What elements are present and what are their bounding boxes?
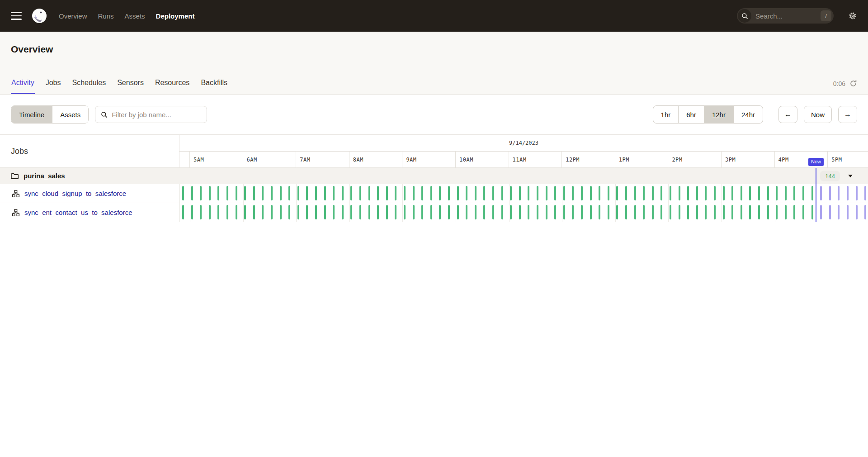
run-tick-success[interactable]: [608, 205, 609, 219]
range-6hr[interactable]: 6hr: [678, 106, 704, 123]
run-tick-scheduled[interactable]: [864, 205, 866, 219]
run-tick-success[interactable]: [475, 186, 476, 200]
run-tick-success[interactable]: [315, 205, 317, 219]
run-tick-success[interactable]: [537, 205, 538, 219]
run-tick-success[interactable]: [333, 186, 335, 200]
run-tick-success[interactable]: [209, 186, 211, 200]
run-tick-success[interactable]: [395, 205, 396, 219]
run-tick-scheduled[interactable]: [856, 205, 858, 219]
run-tick-success[interactable]: [572, 186, 574, 200]
run-tick-success[interactable]: [546, 205, 547, 219]
run-tick-success[interactable]: [217, 205, 219, 219]
run-tick-success[interactable]: [767, 205, 769, 219]
run-tick-success[interactable]: [510, 186, 512, 200]
run-tick-success[interactable]: [811, 205, 813, 219]
run-tick-success[interactable]: [679, 186, 680, 200]
tab-jobs[interactable]: Jobs: [45, 79, 61, 94]
run-tick-success[interactable]: [608, 186, 609, 200]
run-tick-success[interactable]: [333, 205, 335, 219]
run-tick-success[interactable]: [430, 205, 432, 219]
menu-icon[interactable]: [11, 12, 22, 20]
run-tick-success[interactable]: [359, 205, 361, 219]
run-tick-success[interactable]: [492, 186, 494, 200]
run-tick-success[interactable]: [723, 186, 725, 200]
run-tick-success[interactable]: [457, 205, 459, 219]
job-link[interactable]: sync_cloud_signup_to_salesforce: [24, 190, 126, 197]
run-tick-success[interactable]: [191, 186, 193, 200]
run-tick-scheduled[interactable]: [838, 205, 840, 219]
run-tick-success[interactable]: [687, 186, 689, 200]
run-tick-success[interactable]: [492, 205, 494, 219]
run-tick-success[interactable]: [519, 205, 521, 219]
run-tick-success[interactable]: [439, 186, 441, 200]
tab-backfills[interactable]: Backfills: [200, 79, 228, 94]
nav-item-runs[interactable]: Runs: [98, 12, 114, 20]
run-tick-success[interactable]: [253, 205, 255, 219]
job-filter-input[interactable]: [112, 111, 201, 119]
run-tick-success[interactable]: [660, 186, 662, 200]
run-tick-success[interactable]: [236, 186, 237, 200]
run-tick-success[interactable]: [297, 186, 299, 200]
run-tick-success[interactable]: [466, 205, 467, 219]
run-tick-scheduled[interactable]: [864, 186, 866, 200]
run-tick-success[interactable]: [430, 186, 432, 200]
run-tick-scheduled[interactable]: [829, 205, 831, 219]
run-tick-success[interactable]: [244, 186, 246, 200]
range-24hr[interactable]: 24hr: [733, 106, 763, 123]
run-tick-success[interactable]: [200, 186, 202, 200]
run-tick-success[interactable]: [776, 205, 778, 219]
run-tick-success[interactable]: [528, 186, 529, 200]
run-tick-success[interactable]: [643, 186, 645, 200]
refresh-icon[interactable]: [849, 80, 857, 87]
chevron-down-icon[interactable]: [848, 175, 853, 177]
tab-schedules[interactable]: Schedules: [71, 79, 106, 94]
run-tick-success[interactable]: [271, 205, 273, 219]
run-tick-scheduled[interactable]: [856, 186, 858, 200]
view-mode-timeline[interactable]: Timeline: [11, 106, 52, 123]
run-tick-success[interactable]: [793, 205, 795, 219]
range-12hr[interactable]: 12hr: [704, 106, 733, 123]
run-tick-success[interactable]: [315, 186, 317, 200]
run-tick-success[interactable]: [785, 186, 787, 200]
run-tick-success[interactable]: [342, 186, 344, 200]
search-input[interactable]: Search... /: [737, 8, 834, 24]
run-tick-success[interactable]: [395, 186, 396, 200]
run-tick-success[interactable]: [785, 205, 787, 219]
run-tick-success[interactable]: [404, 205, 406, 219]
run-tick-success[interactable]: [421, 205, 423, 219]
run-tick-scheduled[interactable]: [847, 186, 849, 200]
run-tick-success[interactable]: [546, 186, 547, 200]
run-tick-scheduled[interactable]: [820, 205, 822, 219]
run-tick-success[interactable]: [244, 205, 246, 219]
run-tick-success[interactable]: [634, 186, 636, 200]
run-tick-success[interactable]: [209, 205, 211, 219]
run-tick-success[interactable]: [288, 205, 290, 219]
scroll-left-button[interactable]: ←: [778, 106, 797, 123]
run-tick-success[interactable]: [528, 205, 529, 219]
run-tick-success[interactable]: [368, 186, 370, 200]
run-tick-success[interactable]: [448, 186, 450, 200]
run-tick-success[interactable]: [802, 186, 804, 200]
run-tick-success[interactable]: [758, 186, 760, 200]
tab-resources[interactable]: Resources: [155, 79, 190, 94]
run-tick-success[interactable]: [705, 205, 707, 219]
run-tick-success[interactable]: [741, 186, 742, 200]
run-tick-success[interactable]: [616, 186, 618, 200]
run-tick-success[interactable]: [749, 186, 751, 200]
run-tick-success[interactable]: [599, 186, 600, 200]
run-tick-success[interactable]: [519, 186, 521, 200]
range-1hr[interactable]: 1hr: [653, 106, 679, 123]
run-tick-success[interactable]: [404, 186, 406, 200]
run-tick-success[interactable]: [271, 186, 273, 200]
run-tick-success[interactable]: [483, 186, 485, 200]
run-tick-success[interactable]: [696, 186, 698, 200]
run-tick-success[interactable]: [288, 186, 290, 200]
run-tick-scheduled[interactable]: [820, 186, 822, 200]
run-tick-success[interactable]: [625, 205, 627, 219]
run-tick-success[interactable]: [350, 186, 352, 200]
run-tick-success[interactable]: [590, 186, 592, 200]
run-tick-success[interactable]: [599, 205, 600, 219]
run-tick-success[interactable]: [342, 205, 344, 219]
run-tick-success[interactable]: [262, 205, 264, 219]
run-tick-success[interactable]: [776, 186, 778, 200]
